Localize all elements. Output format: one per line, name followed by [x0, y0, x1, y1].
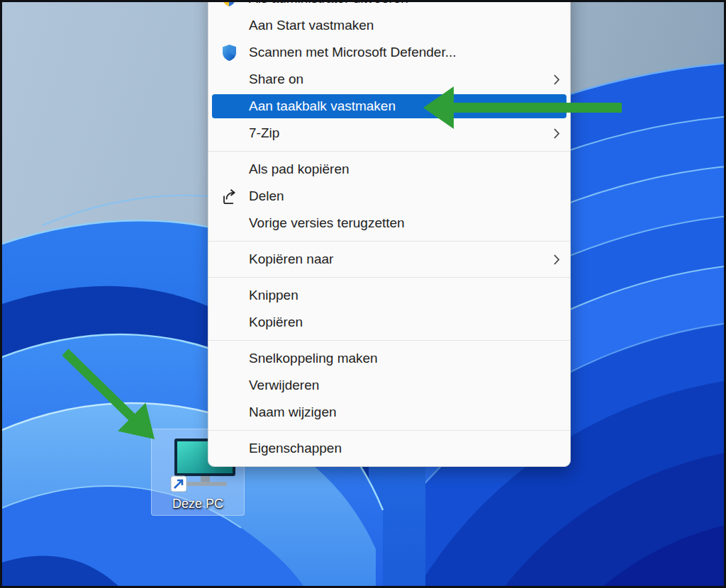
menu-item-vorige-versies-terugzetten[interactable]: Vorige versies terugzetten [208, 210, 570, 237]
menu-item-label: Als pad kopiëren [249, 162, 562, 177]
defender-shield-icon [218, 44, 240, 62]
shortcut-arrow-icon [171, 476, 186, 492]
menu-item-als-administrator-uitvoeren[interactable]: Als administrator uitvoeren [208, 0, 570, 12]
menu-item-label: Naam wijzigen [249, 405, 562, 420]
menu-item-aan-taakbalk-vastmaken[interactable]: Aan taakbalk vastmaken [212, 94, 566, 118]
menu-item-delen[interactable]: Delen [208, 183, 570, 210]
menu-item-label: Scannen met Microsoft Defender... [249, 45, 562, 60]
chevron-right-icon [553, 74, 562, 86]
menu-item-label: Eigenschappen [249, 441, 562, 456]
menu-item-label: Kopiëren naar [249, 251, 553, 267]
chevron-right-icon [553, 254, 562, 266]
share-icon [218, 187, 240, 206]
menu-separator [208, 340, 570, 341]
chevron-right-icon [553, 128, 562, 140]
menu-item-als-pad-kopi-ren[interactable]: Als pad kopiëren [208, 156, 570, 183]
menu-item-7-zip[interactable]: 7-Zip [208, 120, 570, 147]
desktop-icon-label: Deze PC [152, 497, 244, 511]
menu-item-eigenschappen[interactable]: Eigenschappen [208, 435, 570, 462]
menu-item-kopi-ren[interactable]: Kopiëren [208, 309, 570, 336]
menu-item-label: Vorige versies terugzetten [249, 215, 562, 231]
menu-item-verwijderen[interactable]: Verwijderen [208, 372, 570, 399]
menu-item-knippen[interactable]: Knippen [208, 282, 570, 309]
menu-separator [208, 430, 570, 431]
menu-item-label: Verwijderen [249, 378, 562, 393]
menu-item-label: Knippen [249, 288, 562, 303]
menu-item-snelkoppeling-maken[interactable]: Snelkoppeling maken [208, 345, 570, 372]
menu-item-label: Als administrator uitvoeren [249, 0, 562, 6]
menu-item-kopi-ren-naar[interactable]: Kopiëren naar [208, 246, 570, 273]
menu-item-scannen-met-microsoft-defender[interactable]: Scannen met Microsoft Defender... [208, 39, 570, 66]
menu-item-label: Delen [249, 188, 562, 204]
menu-item-label: 7-Zip [249, 125, 553, 141]
menu-item-label: Kopiëren [249, 315, 562, 330]
menu-item-label: Share on [249, 72, 553, 87]
uac-shield-icon [218, 0, 240, 7]
menu-item-label: Aan Start vastmaken [249, 18, 562, 33]
menu-item-aan-start-vastmaken[interactable]: Aan Start vastmaken [208, 12, 570, 39]
menu-separator [208, 277, 570, 278]
menu-item-share-on[interactable]: Share on [208, 66, 570, 93]
menu-item-label: Snelkoppeling maken [249, 351, 562, 366]
menu-separator [208, 241, 570, 242]
menu-item-label: Aan taakbalk vastmaken [249, 98, 558, 114]
menu-item-naam-wijzigen[interactable]: Naam wijzigen [208, 399, 570, 426]
context-menu: Als administrator uitvoerenAan Start vas… [208, 0, 571, 467]
menu-separator [208, 151, 570, 152]
